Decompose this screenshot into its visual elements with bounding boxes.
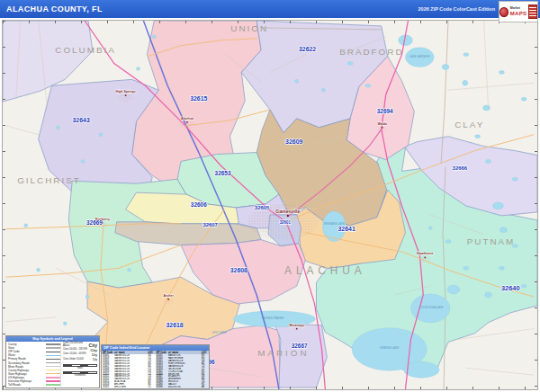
- map-legend: Map Symbols and Legend CountyStateZIP Co…: [5, 335, 100, 388]
- lake-label: LAKE SANTA FE: [410, 55, 430, 58]
- zip-index-cell: C1: [148, 386, 156, 388]
- zip-index-cell: 32696: [156, 386, 168, 388]
- zip-code-label-32641: 32641: [338, 226, 356, 232]
- lake-label: LOCHLOOSA LAKE: [419, 306, 444, 309]
- zip-code-label-32643: 32643: [72, 117, 89, 123]
- zip-code-label-32608: 32608: [230, 267, 248, 273]
- county-label: GILCHRIST: [17, 175, 81, 185]
- zip-code-label-32666: 32666: [453, 165, 468, 171]
- lake: [521, 97, 526, 101]
- zip-code-label-32622: 32622: [299, 46, 316, 52]
- lake: [137, 67, 140, 70]
- zip-code-label-32640: 32640: [501, 284, 520, 292]
- legend-line-sample: [46, 370, 60, 370]
- zip-index-table: ZIP Code Index/Grid Locator ZIP CodeZIP …: [101, 344, 210, 389]
- city-marker: [382, 127, 383, 129]
- city-marker: [125, 94, 127, 96]
- zip-code-label-32607: 32607: [202, 222, 218, 227]
- legend-city-sample: City: [92, 353, 97, 357]
- scale-bar-label: Kilometers: [63, 374, 97, 377]
- lake: [475, 135, 481, 138]
- page-title: ALACHUA COUNTY, FL: [6, 4, 103, 13]
- legend-line-sample: [46, 359, 60, 360]
- zip-index-cell: A6: [202, 386, 209, 388]
- legend-line-sample: [46, 366, 60, 367]
- lake: [499, 266, 504, 270]
- zip-code-label-32601: 32601: [280, 220, 292, 225]
- globe-icon: [500, 7, 508, 17]
- lake: [24, 224, 28, 227]
- legend-line-sample: [46, 343, 60, 344]
- county-label: MARION: [257, 348, 309, 358]
- legend-city-sample: City: [93, 359, 97, 361]
- zip-code-label-32653: 32653: [215, 170, 231, 176]
- lake: [63, 322, 67, 325]
- title-bar: ALACHUA COUNTY, FL 2026 ZIP Code ColorCa…: [0, 0, 540, 18]
- lake: [447, 285, 460, 294]
- legend-city-label: Cities 50,000 - 249,999: [63, 349, 90, 352]
- lake: [500, 227, 507, 233]
- city-marker: [296, 328, 298, 330]
- county-zip-map: LAKE SANTA FENEWNANS LAKEORANGE LAKELOCH…: [3, 21, 537, 389]
- legend-city-label: Cities Under 10,000: [63, 359, 93, 361]
- city-label: High Springs: [116, 90, 136, 94]
- lake: [499, 70, 504, 74]
- zip-code-label-32618: 32618: [166, 322, 183, 328]
- scale-bar: Kilometers: [63, 371, 97, 378]
- urban-area: [119, 93, 133, 102]
- zip-code-label-32609: 32609: [285, 138, 302, 145]
- logo-brand-main: MAPS: [510, 11, 527, 16]
- lake: [152, 35, 156, 39]
- lake: [81, 159, 85, 163]
- zip-code-label-32669: 32669: [86, 219, 103, 226]
- lake: [483, 105, 490, 111]
- zip-index-cell: 32622: [102, 386, 114, 388]
- lake-label: LEVY LAKE: [212, 331, 227, 334]
- legend-row: Toll Roads: [8, 383, 60, 387]
- city-marker: [167, 298, 169, 300]
- legend-line-items: CountyStateZIP CodeWaterPrimary RoadsSec…: [8, 343, 60, 387]
- legend-city-row: Cities Under 10,000City: [63, 358, 97, 363]
- lake: [485, 292, 492, 298]
- lake: [446, 240, 451, 244]
- lake: [493, 202, 504, 209]
- scale-bar: Miles: [63, 364, 97, 370]
- lake: [464, 266, 469, 270]
- zip-index-row: 32696WILLISTONA6: [156, 386, 210, 388]
- city-marker: [287, 215, 289, 217]
- lake: [428, 227, 432, 230]
- legend-city-sample: City: [90, 348, 97, 352]
- city-label: Archer: [163, 294, 174, 298]
- zip-index-group: ZIP CodeZIP NameLOC32601GAINESVILLED4326…: [102, 351, 156, 388]
- edition-label: 2026 ZIP Code ColorCast Edition: [418, 6, 495, 12]
- lake: [56, 126, 59, 129]
- zip-code-label-32606: 32606: [191, 201, 207, 208]
- lake: [486, 159, 491, 163]
- zip-code-label-32605: 32605: [255, 205, 270, 210]
- zip-code-label-32615: 32615: [190, 95, 207, 102]
- lake: [347, 62, 353, 66]
- zip-index-row: 32622BROOKERC1: [102, 386, 156, 388]
- lake: [128, 268, 131, 272]
- legend-line-sample: [46, 362, 60, 363]
- lake: [463, 80, 468, 85]
- lake: [442, 65, 449, 70]
- legend-line-sample: [46, 347, 60, 348]
- city-label: Gainesville: [275, 209, 300, 214]
- zip-code-label-32694: 32694: [377, 108, 393, 114]
- zip-index-cell: BROOKER: [114, 386, 148, 388]
- city-marker: [186, 121, 188, 123]
- lake: [295, 79, 299, 83]
- zip-code-label-32667: 32667: [292, 343, 308, 349]
- legend-line-sample: [46, 380, 60, 381]
- legend-city-items: Cities 250,000 and AboveCityCities 50,00…: [60, 343, 97, 387]
- legend-line-sample: [46, 384, 60, 385]
- lake: [86, 295, 89, 298]
- county-label: ALACHUA: [284, 264, 366, 277]
- legend-line-sample: [46, 355, 60, 356]
- city-label: Alachua: [181, 117, 194, 120]
- lake: [512, 177, 518, 181]
- zip-index-header-cell: ZIP Name: [168, 352, 202, 354]
- city-marker: [424, 257, 426, 259]
- lake: [404, 361, 440, 378]
